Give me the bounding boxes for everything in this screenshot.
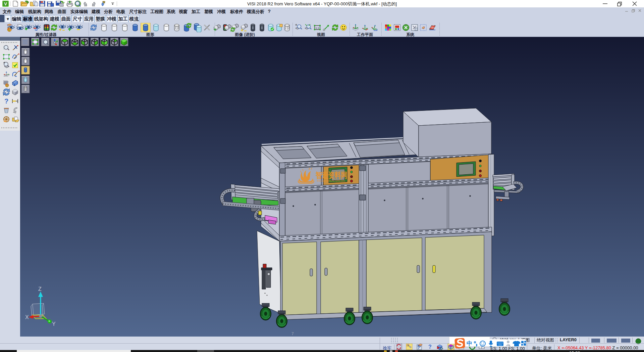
svg-text:智造资料网: 智造资料网 (315, 171, 347, 180)
svg-text:Y: Y (52, 321, 56, 327)
svg-text:中: 中 (467, 340, 472, 347)
svg-text:?: ? (428, 344, 432, 350)
svg-text:Z: Z (38, 286, 42, 292)
svg-text:?: ? (4, 97, 8, 105)
svg-text:7: 7 (291, 332, 294, 336)
svg-text:X: X (25, 314, 29, 320)
svg-text:1:1: 1:1 (315, 27, 319, 30)
svg-text:7: 7 (508, 344, 510, 347)
svg-text:INTELLIGENT MANUFACTURING DATA: INTELLIGENT MANUFACTURING DATA (317, 180, 345, 182)
